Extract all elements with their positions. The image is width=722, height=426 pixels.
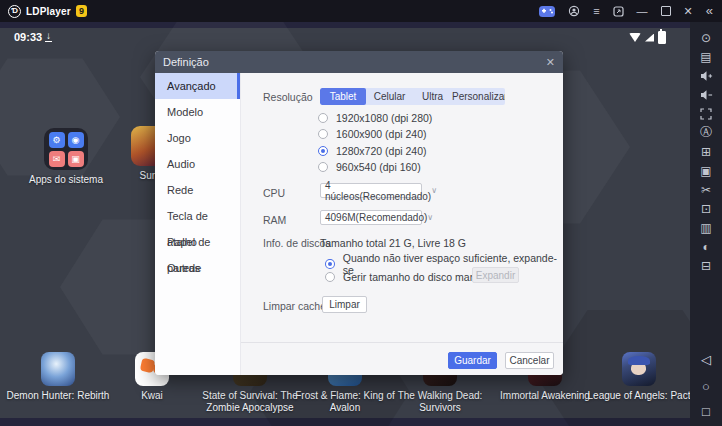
screen-clip-icon[interactable]: ✂ [690, 180, 722, 199]
sidebar-item-modelo[interactable]: Modelo [155, 99, 240, 125]
nav-home-icon[interactable]: ○ [690, 379, 722, 394]
sidebar-item-jogo[interactable]: Jogo [155, 125, 240, 151]
app-label: Demon Hunter: Rebirth [7, 390, 110, 402]
settings-sidebar: Avançado Modelo Jogo Audio Rede Tecla de… [155, 73, 241, 375]
virtual-keyboard-icon[interactable]: ▤ [690, 47, 722, 66]
radio-icon [318, 162, 328, 172]
folder-icon[interactable]: ⚙ ◉ ✉ ▣ [44, 128, 88, 170]
shake-icon[interactable]: ◐ [690, 237, 722, 256]
save-button[interactable]: Guardar [448, 352, 497, 369]
dialog-header: Definição ✕ [155, 51, 563, 73]
nav-recents-icon[interactable]: □ [690, 404, 722, 419]
record-icon[interactable]: ⊙ [690, 28, 722, 47]
sidebar-item-tecla-de-atalho[interactable]: Tecla de atalho [155, 203, 240, 229]
expand-button[interactable]: Expandir [472, 267, 519, 283]
wifi-icon [629, 33, 641, 42]
tab-celular[interactable]: Celular [366, 88, 413, 105]
nav-back-icon[interactable]: ◁ [690, 352, 722, 367]
cpu-label: CPU [263, 187, 285, 199]
signal-icon [645, 34, 654, 42]
browser-icon: ◉ [68, 132, 84, 148]
wallpaper-top-strip [0, 22, 690, 28]
install-apk-icon[interactable]: ▣ [690, 161, 722, 180]
footer-divider [241, 342, 563, 343]
app-icon[interactable] [41, 352, 75, 386]
app-label: Frost & Flame: King of Avalon [290, 390, 400, 414]
app-label: State of Survival: The Zombie Apocalypse [195, 390, 305, 414]
dialog-title: Definição [163, 56, 209, 68]
ram-label: RAM [263, 214, 286, 226]
close-button[interactable]: ✕ [684, 0, 693, 22]
radio-1600x900[interactable]: 1600x900 (dpi 240) [318, 128, 427, 140]
android-version-badge: 9 [76, 5, 87, 17]
more-tools-icon[interactable]: ⊟ [690, 256, 722, 275]
app-label: Apps do sistema [29, 174, 103, 186]
disk-summary: Tamanho total 21 G, Livre 18 G [320, 237, 466, 249]
app-icon[interactable] [622, 352, 656, 386]
game-center-icon[interactable] [539, 6, 555, 17]
sidebar-item-rede[interactable]: Rede [155, 177, 240, 203]
titlebar: Ɗ LDPlayer 9 ≡ — ✕ « [0, 0, 722, 22]
resolution-tabs: Tablet Celular Ultra Personalizar [320, 88, 505, 105]
radio-icon [318, 129, 328, 139]
ldplayer-window: 09:33 ↓ ⚙ ◉ ✉ ▣ Apps do sistema Survi De… [0, 0, 722, 426]
radio-1920x1080[interactable]: 1920x1080 (dpi 280) [318, 112, 432, 124]
mini-mode-icon[interactable] [613, 6, 624, 17]
chevron-down-icon: ∨ [431, 186, 437, 195]
camera-icon: ▣ [68, 151, 84, 167]
sidebar-item-audio[interactable]: Audio [155, 151, 240, 177]
clock: 09:33 [14, 31, 42, 43]
emulator-toolbar: ⊙ ▤ Ⓐ ⊞ ▣ ✂ ⊡ ▥ ◐ ⊟ ◁ ○ □ [690, 22, 722, 426]
settings-dialog: Definição ✕ Avançado Modelo Jogo Audio R… [155, 51, 563, 375]
radio-icon [318, 146, 328, 156]
radio-icon [325, 259, 335, 269]
sync-icon[interactable]: ⊡ [690, 199, 722, 218]
support-headset-icon[interactable] [568, 5, 580, 17]
screenshot-icon[interactable]: ⊞ [690, 142, 722, 161]
resolution-label: Resolução [263, 91, 313, 103]
app-label: The Walking Dead: Survivors [385, 390, 495, 414]
cancel-button[interactable]: Cancelar [505, 352, 554, 369]
collapse-sidebar-icon[interactable]: « [706, 0, 713, 22]
tab-tablet[interactable]: Tablet [320, 88, 366, 105]
tab-personalizar[interactable]: Personalizar [452, 88, 505, 105]
dock-app-league-of-angels[interactable]: League of Angels: Pact [584, 352, 690, 402]
sidebar-item-papel-de-parede[interactable]: Papel de parede [155, 229, 240, 255]
settings-icon: ⚙ [49, 132, 65, 148]
ldplayer-logo-icon: Ɗ [8, 5, 21, 18]
app-label: League of Angels: Pact [588, 390, 690, 402]
app-label: Immortal Awakening [500, 390, 590, 402]
macro-recorder-icon[interactable]: Ⓐ [690, 123, 722, 142]
titlebar-brand: Ɗ LDPlayer 9 [0, 5, 87, 18]
menu-icon[interactable]: ≡ [593, 0, 599, 22]
radio-960x540[interactable]: 960x540 (dpi 160) [318, 161, 421, 173]
settings-content: Resolução Tablet Celular Ultra Personali… [241, 73, 563, 375]
status-icons [629, 31, 666, 44]
minimize-button[interactable]: — [637, 0, 648, 22]
radio-icon [318, 113, 328, 123]
app-label: Kwai [141, 390, 163, 402]
fullscreen-icon[interactable] [690, 104, 722, 123]
app-title: LDPlayer [26, 6, 71, 17]
sidebar-item-outras[interactable]: Outras [155, 255, 240, 281]
cpu-select[interactable]: 4 núcleos(Recomendado) ∨ [320, 183, 422, 198]
radio-icon [325, 272, 335, 282]
radio-1280x720[interactable]: 1280x720 (dpi 240) [318, 145, 427, 157]
clear-cache-button[interactable]: Limpar [322, 296, 367, 313]
dialog-close-icon[interactable]: ✕ [546, 56, 555, 69]
ram-select[interactable]: 4096M(Recomendado) ∨ [320, 210, 422, 225]
volume-down-icon[interactable] [690, 85, 722, 104]
chevron-down-icon: ∨ [427, 213, 433, 222]
maximize-button[interactable] [661, 6, 671, 16]
clear-cache-label: Limpar cache [263, 300, 326, 312]
download-icon[interactable]: ↓ [45, 30, 52, 42]
multi-instance-icon[interactable]: ▥ [690, 218, 722, 237]
tab-ultra[interactable]: Ultra [413, 88, 452, 105]
sidebar-item-avancado[interactable]: Avançado [155, 73, 240, 99]
battery-icon [658, 31, 666, 44]
volume-up-icon[interactable] [690, 66, 722, 85]
messages-icon: ✉ [49, 151, 65, 167]
